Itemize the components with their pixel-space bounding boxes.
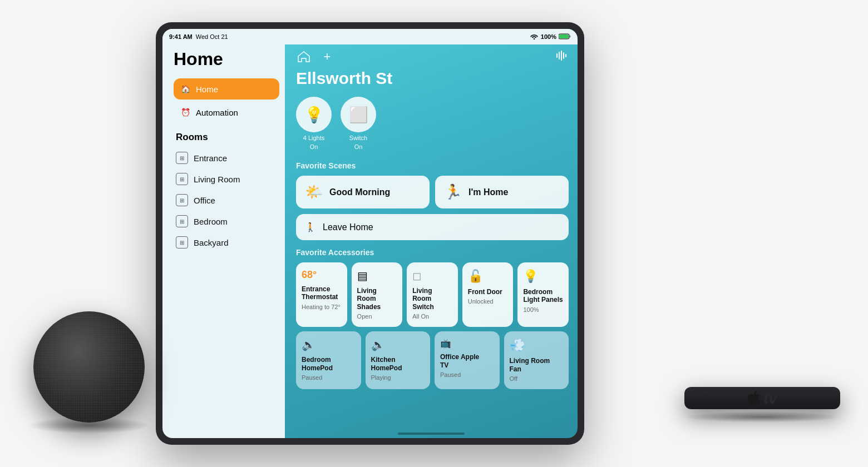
thermostat-name: EntranceThermostat <box>302 285 342 301</box>
switch-icon: ⬜ <box>349 106 368 124</box>
sidebar-title: Home <box>174 49 279 69</box>
accessories-row1: 68° EntranceThermostat Heating to 72° ▤ … <box>296 262 569 327</box>
battery-label: 100% <box>541 33 556 40</box>
quick-switch[interactable]: ⬜ Switch On <box>341 97 376 150</box>
scene-leave-home[interactable]: 🚶 Leave Home <box>296 214 569 240</box>
thermostat-status: Heating to 72° <box>302 304 342 311</box>
svg-rect-5 <box>559 52 560 59</box>
accessory-entrance-thermostat[interactable]: 68° EntranceThermostat Heating to 72° <box>296 262 347 327</box>
thermostat-icon: 68° <box>302 269 342 281</box>
room-living-room-icon: ⊞ <box>176 173 188 185</box>
home-toolbar-icon[interactable] <box>296 49 312 64</box>
room-office-label: Office <box>194 196 215 205</box>
sidebar-item-living-room[interactable]: ⊞ Living Room <box>174 168 279 190</box>
favorite-accessories-label: Favorite Accessories <box>296 248 569 257</box>
fan-icon: 💨 <box>510 338 564 352</box>
accessories-section: Favorite Accessories 68° EntranceThermos… <box>296 248 569 389</box>
good-morning-label: Good Morning <box>329 187 390 197</box>
scene: 9:41 AM Wed Oct 21 100% <box>0 0 868 467</box>
sidebar-item-office[interactable]: ⊞ Office <box>174 190 279 211</box>
kitchen-homepod-status: Playing <box>371 374 425 381</box>
accessory-kitchen-homepod[interactable]: 🔈 KitchenHomePod Playing <box>366 331 431 389</box>
lights-label1: 4 Lights <box>303 135 325 141</box>
switch-circle-btn[interactable]: ⬜ <box>341 97 376 132</box>
apple-logo-icon <box>748 391 760 405</box>
scenes-grid: 🌤️ Good Morning 🏃 I'm Home <box>296 176 569 208</box>
svg-point-0 <box>534 38 535 39</box>
home-nav-icon: 🏠 <box>180 84 190 94</box>
front-door-status: Unlocked <box>468 298 508 305</box>
status-bar: 9:41 AM Wed Oct 21 100% <box>162 29 578 44</box>
status-right-icons: 100% <box>530 33 571 41</box>
accessory-bedroom-homepod[interactable]: 🔈 BedroomHomePod Paused <box>296 331 361 389</box>
office-appletv-status: Paused <box>440 371 494 379</box>
ipad: 9:41 AM Wed Oct 21 100% <box>156 22 584 445</box>
light-panels-icon: 💡 <box>523 269 563 284</box>
home-indicator <box>398 433 465 435</box>
quick-lights[interactable]: 💡 4 Lights On <box>296 97 332 150</box>
svg-rect-3 <box>570 35 571 37</box>
sidebar-item-entrance[interactable]: ⊞ Entrance <box>174 147 279 168</box>
switch-acc-status: All On <box>412 313 452 320</box>
accessory-living-room-shades[interactable]: ▤ Living RoomShades Open <box>352 262 403 327</box>
homepod-mesh <box>33 311 145 423</box>
bedroom-homepod-status: Paused <box>302 374 356 381</box>
room-entrance-label: Entrance <box>194 153 227 163</box>
svg-rect-6 <box>561 51 562 61</box>
accessory-office-apple-tv[interactable]: 📺 Office AppleTV Paused <box>435 331 500 389</box>
shades-name: Living RoomShades <box>357 287 397 311</box>
accessory-living-room-fan[interactable]: 💨 Living RoomFan Off <box>504 331 569 389</box>
scene-im-home[interactable]: 🏃 I'm Home <box>435 176 569 208</box>
light-panels-status: 100% <box>523 306 563 314</box>
room-backyard-icon: ⊞ <box>176 236 188 249</box>
homepod-mini <box>17 267 184 434</box>
sidebar-home-label: Home <box>196 85 218 94</box>
sidebar-item-bedroom[interactable]: ⊞ Bedroom <box>174 211 279 232</box>
shades-icon: ▤ <box>357 269 397 282</box>
homepod-body <box>33 311 145 423</box>
siri-button[interactable] <box>555 50 569 63</box>
bedroom-homepod-name: BedroomHomePod <box>302 356 356 372</box>
apple-tv: tv <box>684 387 840 423</box>
im-home-icon: 🏃 <box>444 183 462 201</box>
sidebar-automation-label: Automation <box>196 108 238 117</box>
kitchen-homepod-name: KitchenHomePod <box>371 356 425 372</box>
accessories-row2: 🔈 BedroomHomePod Paused 🔈 KitchenHomePod… <box>296 331 569 389</box>
front-door-icon: 🔓 <box>468 269 508 284</box>
switch-label2: On <box>354 143 363 150</box>
sidebar-item-home[interactable]: 🏠 Home <box>174 78 279 100</box>
status-time: 9:41 AM <box>169 33 193 40</box>
room-office-icon: ⊞ <box>176 194 188 206</box>
add-button[interactable]: + <box>319 49 335 64</box>
switch-label1: Switch <box>349 135 367 141</box>
svg-rect-8 <box>565 54 566 57</box>
room-living-room-label: Living Room <box>194 175 240 184</box>
good-morning-icon: 🌤️ <box>305 183 323 201</box>
lights-circle-btn[interactable]: 💡 <box>296 97 332 132</box>
main-content: + Ellsworth St <box>285 29 578 438</box>
room-entrance-icon: ⊞ <box>176 152 188 164</box>
leave-home-icon: 🚶 <box>305 222 316 232</box>
kitchen-homepod-icon: 🔈 <box>371 338 425 351</box>
bedroom-homepod-icon: 🔈 <box>302 338 356 351</box>
switch-acc-icon: ◻ <box>412 269 452 282</box>
office-appletv-name: Office AppleTV <box>440 353 494 369</box>
accessory-front-door[interactable]: 🔓 Front Door Unlocked <box>462 262 514 327</box>
accessory-bedroom-light-panels[interactable]: 💡 BedroomLight Panels 100% <box>517 262 569 327</box>
apple-tv-body: tv <box>684 387 840 409</box>
switch-acc-name: Living RoomSwitch <box>412 287 452 311</box>
battery-icon <box>559 33 571 41</box>
scene-good-morning[interactable]: 🌤️ Good Morning <box>296 176 430 208</box>
status-date: Wed Oct 21 <box>196 33 228 40</box>
sidebar-item-backyard[interactable]: ⊞ Backyard <box>174 232 279 253</box>
im-home-label: I'm Home <box>468 187 508 197</box>
lights-label2: On <box>310 143 318 150</box>
fan-status: Off <box>510 375 564 382</box>
front-door-name: Front Door <box>468 288 508 296</box>
ipad-screen: 9:41 AM Wed Oct 21 100% <box>162 29 578 438</box>
shades-status: Open <box>357 313 397 320</box>
top-toolbar: + <box>296 49 569 64</box>
accessory-living-room-switch[interactable]: ◻ Living RoomSwitch All On <box>407 262 458 327</box>
rooms-section-title: Rooms <box>174 132 279 143</box>
sidebar-item-automation[interactable]: ⏰ Automation <box>174 102 279 123</box>
